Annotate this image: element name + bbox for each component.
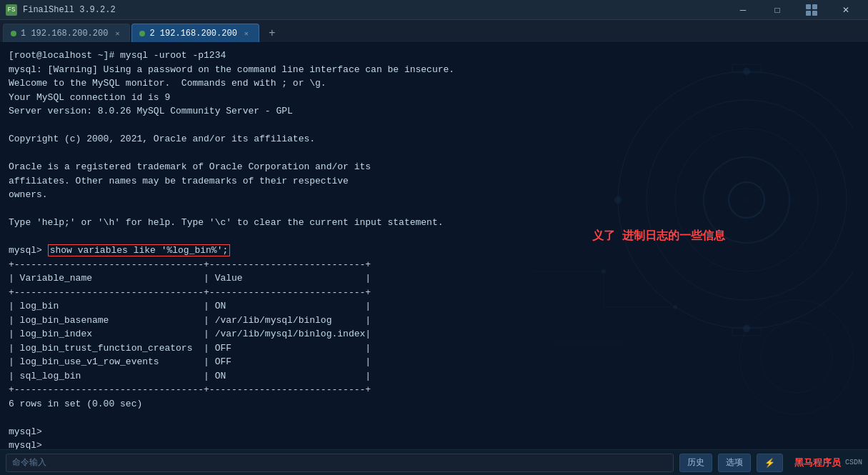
table-output: +----------------------------------+----… (9, 258, 859, 397)
terminal[interactable]: [root@localhost ~]# mysql -uroot -p1234 … (0, 43, 868, 449)
brand-name: 黑马程序员 (794, 456, 841, 469)
table-row-4: | log_bin_trust_function_creators | OFF … (9, 341, 859, 356)
cmd-input-label: 命令输入 (12, 456, 46, 469)
tab-label-1: 1 192.168.200.200 (21, 29, 108, 39)
tab-dot-1 (11, 31, 16, 36)
separator3: +----------------------------------+----… (9, 383, 859, 397)
welcome-line: Welcome to the MySQL monitor. Commands e… (9, 76, 859, 91)
brand-sub: CSDN (845, 459, 862, 466)
app-icon: FS (6, 4, 17, 16)
conn-id-line: Your MySQL connection id is 9 (9, 91, 859, 105)
command-input-area[interactable]: 命令输入 (6, 454, 674, 472)
tab-close-2[interactable]: ✕ (241, 29, 251, 39)
tab-bar: 1 192.168.200.200 ✕ 2 192.168.200.200 ✕ … (0, 20, 868, 43)
title-bar-left: FS FinalShell 3.9.2.2 (6, 4, 116, 16)
prompt2: mysql> (9, 425, 859, 439)
table-row-2: | log_bin_basename | /var/lib/mysql/binl… (9, 314, 859, 328)
history-button[interactable]: 历史 (679, 454, 712, 472)
window-controls: ─ □ ✕ (727, 0, 862, 20)
command-highlight: show variables like '%log_bin%'; (48, 244, 231, 256)
prompt-line: [root@localhost ~]# mysql -uroot -p1234 (9, 49, 859, 63)
blank4 (9, 230, 859, 244)
title-bar: FS FinalShell 3.9.2.2 ─ □ ✕ (0, 0, 868, 20)
table-row-3: | log_bin_index | /var/lib/mysql/binlog.… (9, 327, 859, 341)
blank1 (9, 119, 859, 133)
restore-button[interactable]: □ (761, 0, 794, 20)
copyright-line: Copyright (c) 2000, 2021, Oracle and/or … (9, 132, 859, 146)
blank5 (9, 411, 859, 425)
tab-add-button[interactable]: + (264, 25, 281, 42)
tab-label-2: 2 192.168.200.200 (149, 29, 236, 39)
oracle-line2: affiliates. Other names may be trademark… (9, 174, 859, 189)
tab-1[interactable]: 1 192.168.200.200 ✕ (3, 24, 130, 42)
warning-line: mysql: [Warning] Using a password on the… (9, 63, 859, 77)
tab-dot-2 (139, 31, 145, 36)
oracle-line1: Oracle is a registered trademark of Orac… (9, 160, 859, 174)
grid-button[interactable] (795, 0, 828, 20)
main-area: [root@localhost ~]# mysql -uroot -p1234 … (0, 43, 868, 449)
table-row-5: | log_bin_use_v1_row_events | OFF | (9, 355, 859, 369)
header-row: | Variable_name | Value | (9, 271, 859, 286)
table-row-6: | sql_log_bin | ON | (9, 369, 859, 384)
table-row-1: | log_bin | ON | (9, 299, 859, 314)
command-input-field[interactable] (52, 458, 667, 468)
server-ver-line: Server version: 8.0.26 MySQL Community S… (9, 104, 859, 119)
bottom-bar: 命令输入 历史 选项 ⚡ 黑马程序员 CSDN (0, 449, 868, 475)
tab-2[interactable]: 2 192.168.200.200 ✕ (131, 24, 259, 42)
close-button[interactable]: ✕ (829, 0, 862, 20)
help-line: Type 'help;' or '\h' for help. Type '\c'… (9, 216, 859, 230)
brand-area: 黑马程序员 CSDN (794, 456, 862, 469)
lightning-button[interactable]: ⚡ (757, 454, 783, 472)
app-title: FinalShell 3.9.2.2 (23, 5, 116, 15)
prompt3: mysql> (9, 439, 859, 449)
result-line: 6 rows in set (0.00 sec) (9, 397, 859, 411)
oracle-line3: owners. (9, 188, 859, 202)
options-button[interactable]: 选项 (718, 454, 751, 472)
blank3 (9, 202, 859, 216)
lightning-icon: ⚡ (764, 458, 775, 468)
blank2 (9, 146, 859, 161)
mysql-command-line: mysql> show variables like '%log_bin%'; (9, 244, 859, 258)
separator1: +----------------------------------+----… (9, 258, 859, 272)
grid-icon (806, 4, 817, 16)
tab-close-1[interactable]: ✕ (112, 29, 122, 39)
minimize-button[interactable]: ─ (727, 0, 759, 20)
separator2: +----------------------------------+----… (9, 286, 859, 300)
